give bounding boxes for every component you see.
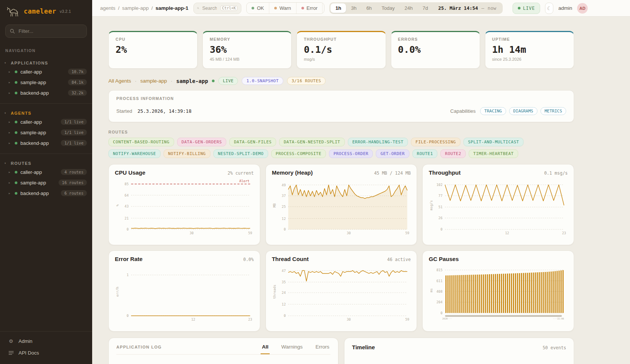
nav-item-badge: 84.1k [68, 79, 87, 85]
nav-item-label: caller-app [20, 169, 42, 175]
svg-text:0: 0 [127, 314, 128, 318]
avatar[interactable]: AD [577, 3, 588, 14]
sidebar-item-caller-app[interactable]: ▸caller-app10.7k [0, 66, 92, 77]
nav-item-label: caller-app [20, 69, 42, 75]
stat-label: THROUGHPUT [304, 37, 378, 41]
live-indicator[interactable]: LIVE [513, 3, 540, 14]
section-header-routes[interactable]: ▾ROUTES [0, 160, 92, 167]
route-chip-timer-heartbeat[interactable]: TIMER-HEARTBEAT [469, 149, 518, 158]
search-icon [10, 29, 15, 34]
agent-breadcrumb-row: All Agents·sample-app·sample-appLIVE1.0-… [108, 77, 574, 85]
svg-text:59: 59 [248, 231, 252, 235]
nav-item-label: backend-app [20, 90, 49, 96]
tab-warnings[interactable]: Warnings [280, 344, 304, 354]
svg-text:12: 12 [282, 217, 286, 221]
route-chip-error-handling-test[interactable]: ERROR-HANDLING-TEST [348, 138, 408, 146]
status-filter-ok[interactable]: OK [247, 3, 269, 14]
time-range-today[interactable]: Today [377, 3, 400, 13]
route-chip-data-gen-nested-split[interactable]: DATA-GEN-NESTED-SPLIT [279, 138, 345, 146]
application-log-tabs: AllWarningsErrors [250, 344, 330, 354]
capabilities-label: Capabilities [450, 108, 476, 114]
sidebar-item-backend-app[interactable]: ▸backend-app1/1 live [0, 138, 92, 148]
status-filter-warn[interactable]: Warn [269, 3, 296, 14]
tab-all[interactable]: All [261, 344, 269, 354]
section-header-agents[interactable]: ▾AGENTS [0, 110, 92, 117]
agent-crumb-sample-app[interactable]: sample-app [141, 78, 167, 84]
stat-value: 0.1/s [304, 44, 378, 55]
status-filter-running[interactable]: Running [322, 3, 324, 14]
chevron-right-icon: ▸ [9, 181, 12, 184]
route-chip-data-gen-files[interactable]: DATA-GEN-FILES [229, 138, 276, 146]
svg-text:59: 59 [405, 318, 409, 321]
agent-current-name: sample-app [176, 78, 208, 84]
throughput-chart-svg: 02651771021223msg/s [429, 176, 568, 239]
svg-text:64: 64 [125, 194, 129, 197]
sidebar-item-admin[interactable]: ⚙ Admin [0, 335, 92, 347]
sidebar-item-sample-app[interactable]: ▸sample-app16 routes [0, 177, 92, 188]
sidebar-item-api-docs[interactable]: API Docs [0, 347, 92, 359]
route-chip-split-and-multicast[interactable]: SPLIT-AND-MULTICAST [463, 138, 523, 146]
sidebar-item-caller-app[interactable]: ▸caller-app4 routes [0, 167, 92, 177]
svg-text:Alert: Alert [239, 179, 250, 183]
time-range-start: 25. März 14:54 [438, 5, 478, 11]
route-chip-route1[interactable]: ROUTE1 [412, 149, 438, 158]
time-range-7d[interactable]: 7d [418, 3, 433, 13]
sidebar-item-backend-app[interactable]: ▸backend-app6 routes [0, 188, 92, 198]
route-chip-file-processing[interactable]: FILE-PROCESSING [411, 138, 460, 146]
breadcrumb-item-agents[interactable]: agents [100, 5, 116, 11]
route-chip-process-composite[interactable]: PROCESS-COMPOSITE [271, 149, 326, 158]
sidebar-item-backend-app[interactable]: ▸backend-app32.2k [0, 88, 92, 98]
time-range-24h[interactable]: 24h [400, 3, 418, 13]
svg-text:MB: MB [273, 203, 276, 207]
time-range-1h[interactable]: 1h [330, 3, 346, 13]
route-chip-route2[interactable]: ROUTE2 [440, 149, 466, 158]
sidebar-filter-box[interactable] [5, 25, 87, 38]
status-dot-icon [252, 7, 254, 9]
sidebar-item-sample-app[interactable]: ▸sample-app1/1 live [0, 127, 92, 138]
main-area: agents/sample-app/sample-app-1 Ctrl+K OK… [92, 0, 630, 364]
chevron-right-icon: ▸ [9, 81, 12, 84]
route-chip-notify-warehouse[interactable]: NOTIFY-WAREHOUSE [108, 149, 161, 158]
cpu-usage-chart-svg: 021436485Alert3059% [115, 176, 254, 239]
svg-text:12: 12 [191, 318, 195, 321]
chevron-right-icon: ▸ [9, 170, 12, 174]
section-title-agents: AGENTS [11, 111, 32, 115]
nav-item-label: sample-app [20, 130, 46, 135]
sidebar-item-caller-app[interactable]: ▸caller-app1/1 live [0, 117, 92, 127]
svg-text:12: 12 [282, 303, 286, 306]
route-chip-content-based-routing[interactable]: CONTENT-BASED-ROUTING [108, 138, 174, 146]
status-filter-label: Error [307, 5, 318, 11]
svg-text:102: 102 [437, 183, 443, 187]
section-header-applications[interactable]: ▾APPLICATIONS [0, 60, 92, 66]
status-dot-icon [274, 7, 277, 9]
route-chip-nested-split-demo[interactable]: NESTED-SPLIT-DEMO [213, 149, 268, 158]
time-range-6h[interactable]: 6h [361, 3, 377, 13]
theme-toggle-button[interactable]: ☾ [545, 3, 553, 14]
agent-crumb-all-agents[interactable]: All Agents [108, 78, 131, 84]
throughput-chart-plot: 02651771021223msg/s [429, 176, 568, 239]
agent-crumb-separator: · [135, 78, 137, 84]
svg-text:2020···: 2020··· [442, 317, 452, 320]
memory-heap-chart-title: Memory (Heap) [272, 169, 313, 176]
gc-pauses-chart-title: GC Pauses [429, 256, 459, 262]
capabilities-group: Capabilities TRACINGDIAGRAMSMETRICS [450, 107, 566, 115]
sidebar-item-sample-app[interactable]: ▸sample-app84.1k [0, 77, 92, 88]
breadcrumb-item-sample-app[interactable]: sample-app [122, 5, 149, 11]
search-box[interactable]: Ctrl+K [193, 3, 242, 14]
error-rate-chart-plot: 011223err/h [115, 262, 254, 326]
route-chip-process-order[interactable]: PROCESS-ORDER [329, 149, 373, 158]
app-logo[interactable]: cameleer v3.2.1 [0, 0, 92, 21]
search-input[interactable] [202, 5, 218, 11]
route-chip-data-gen-orders[interactable]: DATA-GEN-ORDERS [177, 138, 227, 146]
stat-sub: msg/s [304, 57, 378, 61]
status-filter-error[interactable]: Error [296, 3, 323, 14]
route-chip-get-order[interactable]: GET-ORDER [376, 149, 409, 158]
svg-text:35: 35 [282, 280, 286, 284]
svg-text:77: 77 [439, 194, 443, 198]
application-log-title: APPLICATION LOG [116, 345, 162, 354]
route-chip-notify-billing[interactable]: NOTIFY-BILLING [164, 149, 210, 158]
filter-input[interactable] [18, 28, 82, 34]
tab-errors[interactable]: Errors [314, 344, 330, 354]
status-dot-icon [15, 181, 17, 184]
time-range-3h[interactable]: 3h [346, 3, 361, 13]
